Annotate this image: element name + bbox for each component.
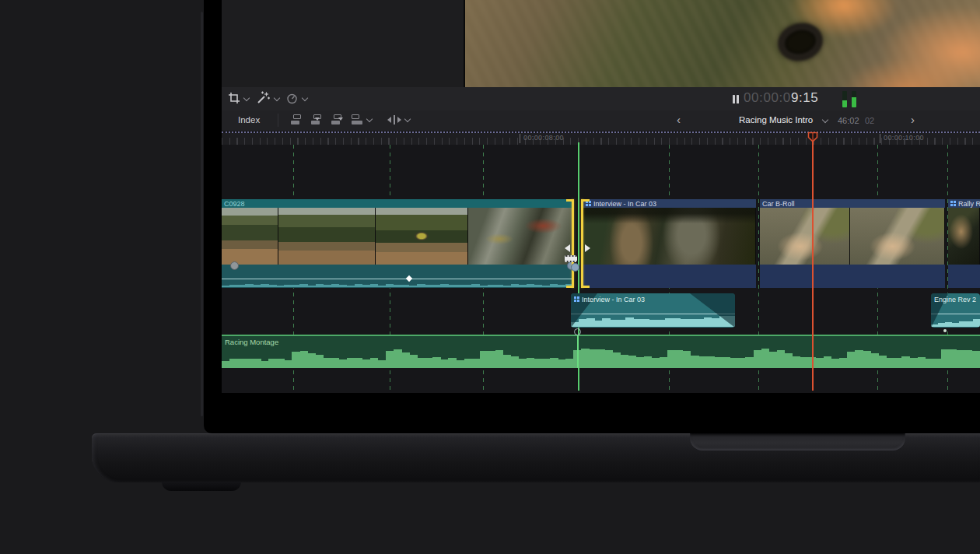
- crop-dropdown-chevron-icon[interactable]: [243, 96, 249, 101]
- volume-line[interactable]: [931, 314, 980, 314]
- trim-right-arrow-icon: [585, 244, 590, 252]
- trim-bracket-right[interactable]: [581, 199, 583, 288]
- retime-tool-button[interactable]: [285, 92, 299, 105]
- timecode-display: 00:00:09:15: [744, 90, 818, 106]
- trim-bracket-left-tab-top: [566, 199, 572, 202]
- waveform-bar: [284, 360, 292, 368]
- retime-dropdown-chevron-icon[interactable]: [302, 96, 307, 101]
- waveform-bar: [222, 361, 229, 368]
- waveform-bar: [793, 356, 800, 368]
- waveform-bar: [355, 358, 362, 368]
- crop-tool-button[interactable]: [228, 92, 240, 104]
- ruler-major-tick: [880, 134, 880, 143]
- connect-edit-button[interactable]: [291, 114, 303, 124]
- waveform-bar: [268, 359, 276, 368]
- waveform-bar: [425, 358, 432, 368]
- waveform-bar: [370, 284, 378, 287]
- playhead[interactable]: [812, 132, 814, 391]
- waveform-bar: [386, 351, 394, 368]
- enhancements-tool-button[interactable]: [256, 90, 271, 105]
- waveform-bar: [268, 285, 276, 287]
- clip-racing-montage[interactable]: Racing Montage: [222, 335, 980, 368]
- waveform-bar: [394, 349, 401, 368]
- clip-header: C0928: [222, 199, 573, 208]
- trim-bracket-left[interactable]: [572, 199, 574, 288]
- playhead-marker[interactable]: [807, 131, 818, 146]
- waveform-bar: [565, 359, 573, 368]
- waveform-bar: [534, 359, 542, 368]
- timeline-forward-button[interactable]: ›: [911, 114, 915, 125]
- waveform-bar: [863, 351, 870, 368]
- waveform-bar: [581, 349, 589, 368]
- enhancements-dropdown-chevron-icon[interactable]: [274, 96, 279, 101]
- edit-options-chevron-icon[interactable]: [366, 117, 372, 122]
- pause-icon[interactable]: [733, 95, 739, 103]
- waveform-bar: [488, 285, 495, 287]
- clip-label: Engine Rev 2: [934, 296, 976, 303]
- trim-bracket-right-tab-top: [583, 199, 590, 202]
- waveform-bar: [542, 359, 550, 368]
- waveform-bar: [307, 286, 315, 287]
- waveform-bar: [901, 356, 909, 368]
- trim-options-chevron-icon[interactable]: [404, 117, 410, 122]
- waveform-bar: [503, 286, 511, 287]
- clip-rally[interactable]: Rally Ra: [948, 199, 980, 288]
- waveform-bar: [378, 286, 386, 287]
- timecode-dim-digits: 00:00:0: [744, 90, 791, 105]
- waveform-bar: [973, 319, 980, 327]
- clip-fade-handle[interactable]: [574, 328, 581, 335]
- waveform-bar: [519, 359, 527, 369]
- timeline-back-button[interactable]: ‹: [677, 114, 681, 125]
- waveform-bar: [649, 320, 656, 327]
- clip-thumbnail: [583, 208, 756, 265]
- waveform-bar: [964, 350, 972, 368]
- trim-handle-dot[interactable]: [571, 263, 579, 272]
- toolbar: [222, 87, 980, 111]
- volume-line[interactable]: [222, 279, 573, 279]
- clip-engine-rev[interactable]: Engine Rev 2: [931, 293, 980, 328]
- waveform-bar: [300, 351, 308, 368]
- snap-guideline-over-music: [577, 335, 579, 368]
- clip-c0928[interactable]: C0928: [222, 199, 573, 288]
- clip-interview-audio[interactable]: Interview - In Car 03: [571, 293, 735, 328]
- waveform-bar: [816, 358, 824, 369]
- insert-edit-button[interactable]: [311, 114, 324, 124]
- clip-car-broll[interactable]: Car B-Roll: [760, 199, 945, 288]
- volume-line[interactable]: [571, 314, 735, 314]
- clip-header: Rally Ra: [948, 199, 980, 208]
- trim-tool-button[interactable]: [387, 115, 401, 124]
- clip-thumbnail: [760, 208, 850, 265]
- waveform-bar: [722, 357, 730, 368]
- project-title[interactable]: Racing Music Intro: [739, 115, 813, 124]
- waveform-bar: [324, 358, 331, 368]
- waveform-bar: [480, 351, 488, 368]
- waveform-bar: [432, 357, 440, 368]
- audio-fade-handle-left[interactable]: [230, 261, 239, 270]
- ruler-timecode-label: 00:00:08:00: [523, 134, 564, 142]
- waveform-bar: [641, 319, 649, 327]
- waveform-bar: [785, 353, 793, 368]
- clip-interview-video[interactable]: Interview - In Car 03: [583, 199, 756, 288]
- project-title-chevron-icon[interactable]: [822, 117, 828, 123]
- waveform-bar: [605, 350, 613, 368]
- waveform-bar: [488, 351, 495, 368]
- waveform-bar: [610, 320, 618, 327]
- waveform-bar: [440, 284, 448, 287]
- waveform-bar: [237, 359, 245, 368]
- index-button[interactable]: Index: [233, 114, 264, 125]
- waveform-bar: [730, 358, 737, 368]
- clip-fade-handle[interactable]: [943, 329, 947, 332]
- waveform-bar: [432, 285, 440, 287]
- overwrite-edit-button[interactable]: [352, 114, 364, 124]
- waveform-bar: [660, 357, 667, 368]
- waveform-bar: [933, 359, 941, 368]
- volume-keyframe[interactable]: [406, 275, 412, 282]
- clip-label: Rally Ra: [958, 200, 980, 208]
- waveform-bar: [425, 285, 432, 287]
- waveform-bar: [579, 319, 586, 327]
- waveform-bar: [276, 359, 284, 368]
- append-edit-button[interactable]: [331, 114, 344, 124]
- clip-thumbnails: [948, 208, 980, 265]
- waveform-bar: [628, 356, 636, 368]
- waveform-bar: [667, 350, 675, 368]
